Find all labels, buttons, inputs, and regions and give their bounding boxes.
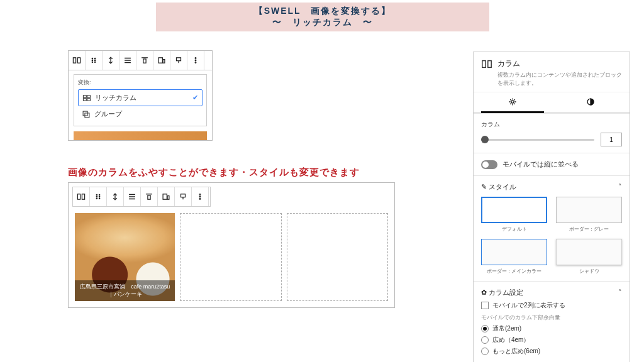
device-icon[interactable] [153,51,170,70]
drag-handle-icon[interactable] [90,187,107,206]
more-options-icon[interactable] [192,187,209,206]
transform-option-rich-column[interactable]: リッチカラム [78,89,203,106]
mobile-2col-row[interactable]: モバイルで2列に表示する [481,301,622,310]
svg-rect-21 [77,194,80,199]
margin-label: モバイルでのカラム下部余白量 [481,314,622,322]
svg-point-2 [92,58,92,59]
svg-point-12 [195,58,196,59]
svg-point-28 [99,198,99,199]
svg-point-38 [511,101,514,103]
svg-rect-20 [85,112,89,117]
transform-option-group[interactable]: グループ [78,106,203,122]
svg-rect-29 [148,195,150,199]
margin-wide[interactable]: 広め（4em） [481,336,622,344]
svg-point-6 [92,62,92,62]
block-toolbar [69,51,212,70]
svg-point-24 [99,195,99,195]
radio-icon [481,325,489,332]
page-header: 【SWELL 画像を変換する】 〜 リッチカラム 〜 [156,3,489,31]
svg-rect-31 [167,196,169,200]
rich-column-block: 広島県三原市宮浦 cafe maru2tasu｜パンケーキ [68,182,395,308]
svg-point-27 [96,198,97,199]
group-icon [82,110,91,119]
header-line2: 〜 リッチカラム 〜 [156,17,489,28]
mobile-stack-toggle[interactable] [481,160,497,169]
mobile-stack-row: モバイルでは縦に並べる [474,153,630,175]
empty-column-2[interactable] [287,213,388,301]
sidebar-block-header: カラム 複数カラム内にコンテンツや追加されたブロックを表示します。 [474,52,630,92]
empty-column-1[interactable] [180,213,281,301]
margin-wider[interactable]: もっと広め(6em) [481,347,622,356]
column-image[interactable]: 広島県三原市宮浦 cafe maru2tasu｜パンケーキ [75,213,175,301]
sidebar-block-desc: 複数カラム内にコンテンツや追加されたブロックを表示します。 [497,71,622,87]
svg-rect-17 [83,98,86,101]
style-icon[interactable] [170,51,187,70]
style-border-gray[interactable]: ボーダー : グレー [556,197,622,233]
red-caption: 画像のカラムをふやすことができます・スタイルも変更できます [68,167,360,178]
svg-rect-15 [83,95,86,97]
columns-row: 広島県三原市宮浦 cafe maru2tasu｜パンケーキ [69,211,394,301]
svg-rect-22 [82,194,84,199]
style-icon[interactable] [175,187,192,206]
align-icon[interactable] [119,51,136,70]
svg-point-25 [96,196,97,197]
block-toolbar-2 [72,187,211,207]
svg-rect-11 [177,58,181,61]
svg-point-23 [96,195,97,195]
svg-point-7 [94,62,95,62]
valign-icon[interactable] [136,51,153,70]
svg-rect-10 [163,60,165,63]
svg-rect-0 [73,58,75,63]
svg-point-4 [92,60,92,60]
transform-option-rich-column-label: リッチカラム [95,93,136,102]
transform-option-group-label: グループ [94,109,122,119]
device-icon[interactable] [158,187,175,206]
style-section: ✎ スタイル ˄ デフォルト ボーダー : グレー ボーダー : メインカラー … [474,175,630,281]
style-border-main[interactable]: ボーダー : メインカラー [481,239,547,275]
settings-sidebar: カラム 複数カラム内にコンテンツや追加されたブロックを表示します。 カラム モバ… [473,52,630,362]
svg-rect-9 [158,58,162,63]
columns-icon[interactable] [69,51,86,70]
margin-normal[interactable]: 通常(2em) [481,324,622,333]
svg-rect-32 [181,194,186,197]
image-caption: 広島県三原市宮浦 cafe maru2tasu｜パンケーキ [75,280,175,301]
style-default[interactable]: デフォルト [481,197,547,233]
svg-rect-36 [482,61,486,68]
columns-icon [481,58,492,70]
image-strip [74,131,207,140]
sidebar-block-title: カラム [497,58,622,69]
move-arrows-icon[interactable] [103,51,119,70]
column-settings-title[interactable]: ✿ カラム設定 ˄ [481,288,622,297]
radio-icon [481,336,489,344]
style-section-title[interactable]: ✎ スタイル ˄ [481,182,622,192]
move-arrows-icon[interactable] [107,187,124,206]
column-settings-section: ✿ カラム設定 ˄ モバイルで2列に表示する モバイルでのカラム下部余白量 通常… [474,281,630,362]
svg-rect-19 [83,111,87,116]
svg-rect-1 [77,58,80,63]
svg-rect-18 [87,98,91,101]
valign-icon[interactable] [141,187,158,206]
sidebar-tabs [474,92,630,113]
svg-rect-30 [163,194,167,199]
drag-handle-icon[interactable] [86,51,103,70]
column-count-input[interactable] [601,133,622,146]
svg-point-13 [195,60,196,61]
chevron-up-icon: ˄ [618,183,622,191]
columns-icon[interactable] [73,187,90,206]
svg-point-35 [199,199,201,200]
style-shadow[interactable]: シャドウ [556,239,622,275]
column-slider[interactable] [481,139,594,141]
tab-settings[interactable] [474,92,552,112]
svg-point-34 [199,196,201,197]
rich-column-icon [82,94,91,102]
svg-point-3 [94,58,95,59]
radio-icon [481,348,489,355]
tab-styles[interactable] [552,92,630,112]
svg-point-14 [195,62,196,63]
align-icon[interactable] [124,187,141,206]
transform-label: 変換: [78,79,203,87]
svg-rect-8 [143,59,146,63]
more-options-icon[interactable] [187,51,204,70]
svg-point-26 [99,196,99,197]
svg-point-5 [94,60,95,60]
